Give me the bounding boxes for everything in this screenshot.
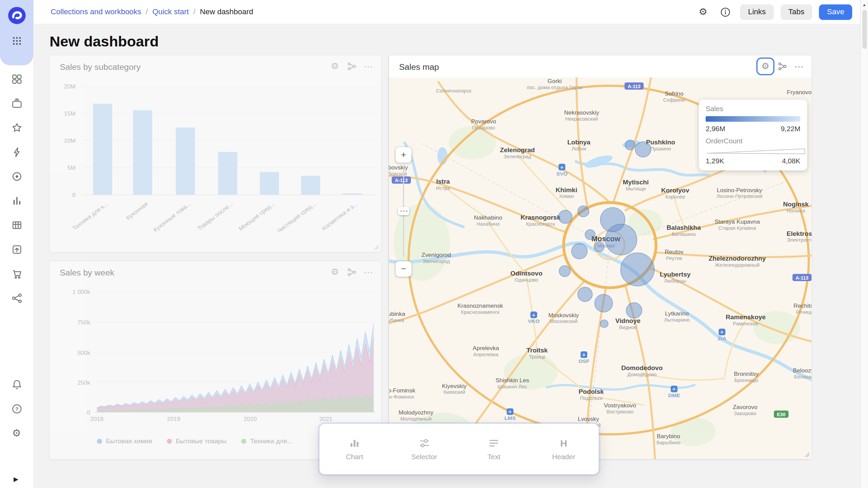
bar[interactable] xyxy=(218,152,237,195)
widget-menu-button[interactable]: ⋯ xyxy=(361,59,377,74)
widget-menu-button[interactable]: ⋯ xyxy=(361,264,377,280)
zoom-slider-handle[interactable] xyxy=(398,207,409,215)
legend-item[interactable]: Техника для... xyxy=(241,438,293,444)
widget-share-button[interactable] xyxy=(344,264,360,280)
datalens-logo[interactable] xyxy=(8,7,26,24)
y-tick-label: 20M xyxy=(64,83,76,90)
map-sublabel: Лобня xyxy=(572,146,586,151)
marketplace-icon[interactable] xyxy=(11,268,22,280)
services-flow-icon[interactable] xyxy=(11,293,22,304)
bar[interactable] xyxy=(260,172,279,195)
map-label: Kubinka xyxy=(389,310,406,317)
widget-settings-button[interactable]: ⚙ xyxy=(327,264,343,280)
bar[interactable] xyxy=(176,127,195,195)
bar[interactable] xyxy=(301,176,320,195)
map-label: Podolsk xyxy=(579,388,604,395)
map-label: Lobnya xyxy=(567,139,590,146)
selector-icon xyxy=(418,437,430,449)
map-bubble[interactable] xyxy=(594,242,604,251)
map-bubble[interactable] xyxy=(626,303,642,318)
tabs-button[interactable]: Tabs xyxy=(781,4,812,20)
airport-code: OSF xyxy=(578,358,589,364)
map-bubble[interactable] xyxy=(572,243,588,259)
widget-menu-button[interactable]: ⋯ xyxy=(791,59,807,74)
map-label: Domodedovo xyxy=(621,364,663,371)
map-bubble[interactable] xyxy=(558,210,572,223)
map-sublabel: Домодедово xyxy=(627,372,657,377)
monitoring-icon[interactable] xyxy=(11,171,22,182)
map-bubble[interactable] xyxy=(578,287,592,301)
zoom-in-button[interactable]: + xyxy=(396,147,412,163)
y-tick-label: 500k xyxy=(77,349,90,356)
connections-icon[interactable] xyxy=(11,244,22,255)
breadcrumb-collections[interactable]: Collections and workbooks xyxy=(51,8,141,16)
apps-grid-icon[interactable] xyxy=(11,35,22,46)
map-bubble[interactable] xyxy=(605,224,637,255)
add-header-button[interactable]: H Header xyxy=(533,424,595,474)
chart-icon xyxy=(349,437,360,449)
datasets-icon[interactable] xyxy=(11,220,22,231)
legend-item[interactable]: Бытовая химия xyxy=(97,438,152,444)
widget-share-button[interactable] xyxy=(774,59,790,74)
widget-share-button[interactable] xyxy=(344,59,360,74)
map-bubble[interactable] xyxy=(600,320,608,328)
map-bubble[interactable] xyxy=(578,206,589,217)
scrollbar-thumb[interactable] xyxy=(862,10,867,48)
notifications-icon[interactable] xyxy=(11,379,22,390)
map-sublabel: Троицк xyxy=(529,354,546,360)
chart-legend: Бытовая химияБытовые товарыТехника для..… xyxy=(97,438,293,444)
map-label: Istra xyxy=(436,178,450,185)
map[interactable]: СолнечногорскGorkiпос. дома отдыха Горки… xyxy=(389,78,812,460)
map-bubble[interactable] xyxy=(595,294,613,312)
map-label: Lvovsky xyxy=(578,416,599,423)
add-text-button[interactable]: Text xyxy=(463,424,525,474)
share-icon xyxy=(778,62,787,71)
expand-sidebar-icon[interactable]: ▶ xyxy=(14,476,18,483)
charts-icon[interactable] xyxy=(11,195,22,206)
resize-handle-icon[interactable] xyxy=(804,452,810,458)
breadcrumb-quick-start[interactable]: Quick start xyxy=(152,8,189,16)
widget-settings-button[interactable]: ⚙ xyxy=(757,59,773,74)
favorites-icon[interactable] xyxy=(11,122,22,134)
bar[interactable] xyxy=(133,110,152,195)
x-category-label: Кухонные това... xyxy=(152,201,192,233)
zoom-slider[interactable] xyxy=(403,167,404,257)
bar[interactable] xyxy=(343,194,362,195)
map-label: Naro-Fominsk xyxy=(389,387,415,394)
map-label: Khimki xyxy=(556,186,577,194)
map-bubble[interactable] xyxy=(625,140,635,150)
settings-icon[interactable]: ⚙ xyxy=(11,428,22,439)
map-bubble[interactable] xyxy=(620,253,654,286)
map-label: Losino-Petrovsky xyxy=(717,187,762,194)
save-button[interactable]: Save xyxy=(819,4,852,20)
area-chart: 1 000k750k500k250k02018201920202021 xyxy=(50,283,381,434)
dashboard-canvas: New dashboard Sales by subcategory ⚙ ⋯ 2… xyxy=(34,24,860,488)
bar[interactable] xyxy=(93,104,112,195)
legend-order-min: 1,29K xyxy=(706,157,724,165)
map-label: Nakhabino xyxy=(474,214,502,221)
top-header: Collections and workbooks / Quick start … xyxy=(34,0,860,24)
editor-icon[interactable] xyxy=(11,147,22,158)
map-bubble[interactable] xyxy=(635,142,651,157)
add-selector-button[interactable]: Selector xyxy=(393,424,455,474)
page-scrollbar[interactable]: ▲ xyxy=(860,0,868,488)
legend-item[interactable]: Бытовые товары xyxy=(167,438,226,444)
y-tick-label: 1 000k xyxy=(73,288,91,295)
links-button[interactable]: Links xyxy=(740,4,774,20)
info-button[interactable] xyxy=(717,4,733,20)
zoom-out-button[interactable]: − xyxy=(396,261,412,277)
map-bubble[interactable] xyxy=(559,266,570,277)
map-bubble[interactable] xyxy=(585,230,595,240)
widget-settings-button[interactable]: ⚙ xyxy=(327,59,343,74)
add-chart-button[interactable]: Chart xyxy=(323,424,386,474)
legend-dot xyxy=(167,439,172,444)
resize-handle-icon[interactable] xyxy=(374,245,379,250)
dashboard-settings-button[interactable]: ⚙ xyxy=(695,4,711,20)
map-label: Lytkarino xyxy=(665,310,689,317)
help-icon[interactable]: ? xyxy=(11,403,22,414)
collections-icon[interactable] xyxy=(11,98,22,109)
scroll-up-icon[interactable]: ▲ xyxy=(861,0,868,7)
dashboards-icon[interactable] xyxy=(11,74,22,85)
ellipsis-icon: ⋯ xyxy=(794,62,804,71)
map-label: Zavorovo xyxy=(733,404,757,410)
